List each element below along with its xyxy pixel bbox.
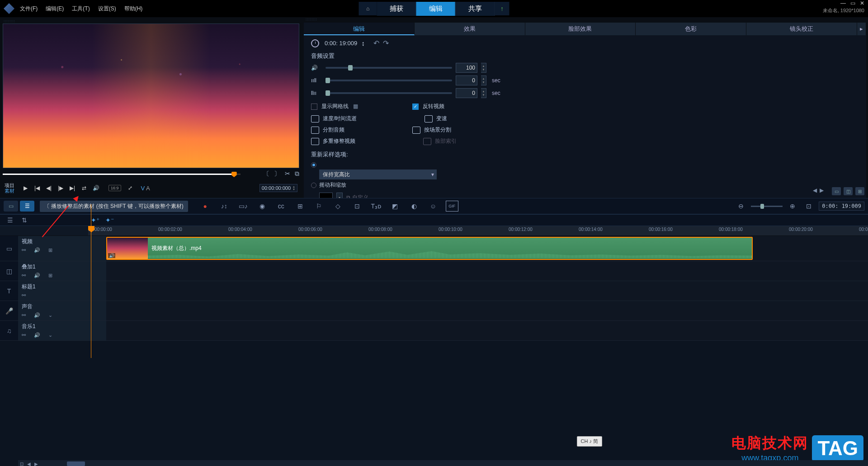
maximize-button[interactable]: ▭ [850,0,855,6]
grid-tool-icon[interactable]: ⊞ [294,201,307,212]
speed-time-button[interactable]: 速度/时间流逝 [311,115,357,122]
tab-capture[interactable]: 捕获 [377,2,416,16]
time-remap-icon[interactable]: ◐ [408,201,420,212]
layout-3-icon[interactable]: ⊞ [855,187,864,195]
aspect-ratio-badge[interactable]: 16:9 [108,185,121,191]
video-track-toggle[interactable]: V [141,185,145,192]
link-icon[interactable]: ⚯ [22,273,26,278]
zoom-in-button[interactable]: ⊕ [786,201,799,212]
scrub-progress[interactable] [3,174,234,175]
playback-mode[interactable]: 项目 素材 [5,183,14,193]
motion-track-icon[interactable]: ◉ [256,201,269,212]
marker-remove-icon[interactable]: ✦⁻ [103,215,116,226]
panel-grip-icon[interactable]: :::::::: [2,19,300,23]
fade-in-spinner[interactable]: ▲▼ [481,75,486,85]
voice-track-header[interactable]: 声音 ⚯ 🔊 ⌄ [18,301,106,320]
mark-out-icon[interactable]: 〕 [274,170,280,178]
overlay-track-header[interactable]: 叠加1 ⚯ 🔊 ⊞ [18,261,106,281]
minimize-button[interactable]: — [840,0,846,6]
prev-frame-button[interactable]: ◀| [44,184,53,193]
title-track-header[interactable]: 标题1 ⚯ [18,281,106,301]
options-tab-face[interactable]: 脸部效果 [525,23,636,35]
fade-out-input[interactable]: 0 [456,88,477,98]
timecode-spinner[interactable]: ▲▼ [292,185,295,191]
menu-tools[interactable]: 工具(T) [72,5,90,13]
chapter-icon[interactable]: ⚐ [313,201,326,212]
link-icon[interactable]: ⚯ [22,292,26,298]
variable-speed-button[interactable]: 变速 [425,115,447,122]
menu-file[interactable]: 文件(F) [20,5,38,13]
zoom-slider[interactable] [751,206,783,207]
fade-out-slider[interactable] [326,92,452,94]
layout-1-icon[interactable]: ▭ [832,187,841,195]
storyboard-view-button[interactable]: ▭ [4,201,18,212]
record-button[interactable]: ● [199,201,212,212]
rotate-right-icon[interactable]: ↷ [383,39,389,47]
options-tab-lens[interactable]: 镜头校正 [746,23,857,35]
track-settings-icon[interactable]: ⇅ [18,215,31,226]
subtitle-icon[interactable]: cc [275,201,288,212]
layout-2-icon[interactable]: ◫ [844,187,853,195]
volume-spinner[interactable]: ▲▼ [481,63,486,73]
resize-icon[interactable]: ⤢ [126,184,135,193]
keep-aspect-radio[interactable] [311,161,859,168]
timeline-timecode[interactable]: 0:00: 19:009 [819,202,864,211]
preview-viewport[interactable] [3,24,299,168]
repeat-button[interactable]: ⇄ [80,184,89,193]
nav-right-icon[interactable]: ▶ [820,187,824,195]
fade-in-slider[interactable] [326,80,452,81]
menu-settings[interactable]: 设置(S) [98,5,116,13]
scroll-right-icon[interactable]: ▶ [33,461,40,466]
link-icon[interactable]: ⚯ [22,332,26,338]
reverse-video-checkbox[interactable] [412,104,419,110]
lock-icon[interactable]: ⊞ [48,247,52,253]
timeline-ruler[interactable]: 00:00:00:0000:00:02:0000:00:04:0000:00:0… [0,226,868,236]
music-track-header[interactable]: 音乐1 ⚯ 🔊 ⌄ [18,321,106,340]
tab-share[interactable]: 共享 [456,2,495,16]
music-track-lane[interactable] [106,321,868,340]
video-track-lane[interactable]: 🔊 视频素材（总）.mp4 [106,236,868,261]
link-icon[interactable]: ⚯ [22,312,26,318]
options-tab-color[interactable]: 色彩 [636,23,746,35]
preview-timecode[interactable]: 00:00:00:000 ▲▼ [259,184,297,192]
ar-sticker-icon[interactable]: ☺ [427,201,439,212]
mute-icon[interactable]: 🔊 [34,273,40,278]
title-track-lane[interactable] [106,281,868,301]
show-grid-option[interactable]: 显示网格线 ▦ [311,103,358,110]
gif-icon[interactable]: GIF [446,201,458,212]
play-button[interactable]: ▶ [21,184,30,193]
tab-edit[interactable]: 编辑 [416,2,456,16]
music-track-type-icon[interactable]: ♫ [0,321,18,341]
split-clip-icon[interactable]: ✂ [285,170,290,178]
show-grid-checkbox[interactable] [311,104,317,110]
nav-left-icon[interactable]: ◀ [813,187,817,195]
transition-icon[interactable]: ◇ [332,201,344,212]
split-scene-button[interactable]: 按场景分割 [412,126,451,134]
scrollbar-thumb[interactable] [67,461,85,466]
go-end-button[interactable]: ▶| [68,184,77,193]
split-audio-button[interactable]: 分割音频 [311,126,344,134]
multi-trim-button[interactable]: 多重修整视频 [311,137,355,145]
voice-track-lane[interactable] [106,301,868,320]
resample-dropdown[interactable]: 保持宽高比 [319,169,437,179]
menu-edit[interactable]: 编辑(E) [46,5,64,13]
scroll-expand-icon[interactable]: ⊡ [18,461,25,466]
fit-timeline-button[interactable]: ⊡ [802,201,815,212]
menu-help[interactable]: 帮助(H) [124,5,143,13]
scrub-bar[interactable]: 〔 〕 ✂ ⧉ [3,171,299,178]
volume-button[interactable]: 🔊 [91,184,100,193]
mute-icon[interactable]: 🔊 [34,312,40,318]
video-track-header[interactable]: 视频 ⚯ 🔊 ⊞ [18,236,106,261]
mode-project[interactable]: 项目 [5,183,14,188]
video-clip[interactable]: 🔊 视频素材（总）.mp4 [106,237,753,260]
volume-input[interactable]: 100 [456,63,477,73]
va-toggle[interactable]: V A [141,185,150,192]
volume-slider[interactable] [326,67,452,69]
fade-out-spinner[interactable]: ▲▼ [481,88,486,98]
duration-timecode[interactable]: 0:00: 19:009 ▲▼ [325,40,364,47]
reverse-video-option[interactable]: 反转视频 [412,103,444,110]
auto-music-icon[interactable]: ▭♪ [237,201,250,212]
duration-spinner[interactable]: ▲▼ [362,41,364,47]
panel-collapse-button[interactable]: ▸ [857,23,866,35]
expand-icon[interactable]: ⌄ [48,312,52,318]
